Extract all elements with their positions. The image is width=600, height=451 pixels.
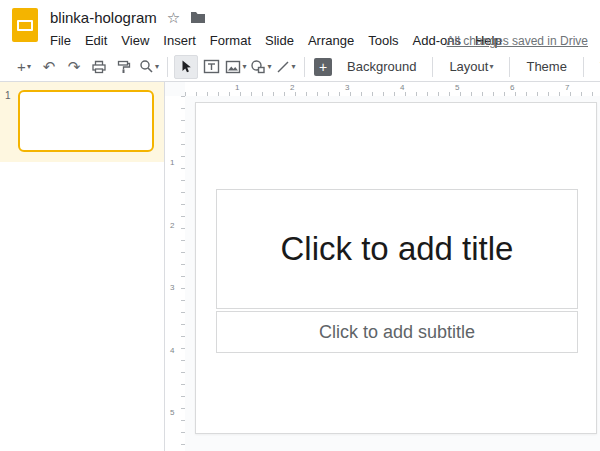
- redo-button[interactable]: ↷: [62, 55, 86, 79]
- h-ruler-label: 5: [455, 83, 459, 92]
- zoom-caret-icon: ▾: [155, 62, 159, 71]
- insert-comment-button[interactable]: +: [311, 55, 335, 79]
- h-ruler-label: 7: [565, 83, 569, 92]
- slide-number: 1: [5, 90, 11, 101]
- menu-tools[interactable]: Tools: [361, 30, 405, 51]
- slides-logo-icon[interactable]: [12, 8, 38, 42]
- plus-icon: +: [17, 59, 26, 74]
- h-ruler-label: 2: [290, 83, 294, 92]
- zoom-icon: [139, 59, 154, 74]
- menu-format[interactable]: Format: [203, 30, 258, 51]
- slide-filmstrip: 1: [0, 82, 165, 451]
- menu-view[interactable]: View: [114, 30, 156, 51]
- move-to-folder-button[interactable]: [190, 11, 206, 24]
- plus-glyph: +: [319, 59, 327, 75]
- menu-edit[interactable]: Edit: [78, 30, 114, 51]
- shape-icon: [250, 59, 266, 74]
- image-caret-icon: ▾: [242, 62, 246, 71]
- main-area: 1 1 2 3 4 5 6 7 1 2 3 4 5 Click: [0, 82, 600, 451]
- editing-canvas: 1 2 3 4 5 6 7 1 2 3 4 5 Click to add tit…: [165, 82, 600, 451]
- undo-icon: ↶: [43, 59, 56, 74]
- document-title[interactable]: blinka-hologram: [50, 9, 157, 26]
- shape-caret-icon: ▾: [267, 62, 271, 71]
- subtitle-placeholder[interactable]: Click to add subtitle: [216, 311, 578, 353]
- menu-file[interactable]: File: [43, 30, 78, 51]
- shape-tool-button[interactable]: ▾: [249, 55, 273, 79]
- v-ruler-label: 5: [170, 408, 174, 417]
- line-icon: [276, 60, 290, 74]
- v-ruler-label: 3: [170, 283, 174, 292]
- toolbar-separator: [167, 57, 168, 77]
- toolbar-separator: [432, 57, 433, 77]
- image-icon: [225, 60, 241, 74]
- toolbar-separator: [583, 57, 584, 77]
- cursor-icon: [179, 59, 193, 74]
- v-ruler-label: 1: [170, 158, 174, 167]
- new-slide-caret-icon: ▾: [27, 62, 31, 71]
- slides-app: blinka-hologram ☆ File Edit View Insert …: [0, 0, 600, 451]
- slide-thumbnail[interactable]: [18, 90, 154, 152]
- menu-arrange[interactable]: Arrange: [301, 30, 361, 51]
- line-tool-button[interactable]: ▾: [274, 55, 298, 79]
- plus-square-icon: +: [314, 58, 332, 76]
- horizontal-ruler: 1 2 3 4 5 6 7: [185, 82, 600, 96]
- toolbar: + ▾ ↶ ↷ ▾: [0, 52, 600, 82]
- top-bar: blinka-hologram ☆ File Edit View Insert …: [0, 0, 600, 52]
- folder-icon: [190, 11, 206, 24]
- line-caret-icon: ▾: [291, 62, 295, 71]
- slide-editor[interactable]: Click to add title Click to add subtitle: [195, 102, 597, 434]
- menu-slide[interactable]: Slide: [258, 30, 301, 51]
- print-icon: [91, 59, 107, 75]
- menu-insert[interactable]: Insert: [156, 30, 203, 51]
- star-icon[interactable]: ☆: [167, 9, 180, 27]
- title-placeholder[interactable]: Click to add title: [216, 189, 578, 309]
- h-ruler-label: 3: [345, 83, 349, 92]
- h-ruler-label: 6: [510, 83, 514, 92]
- undo-button[interactable]: ↶: [37, 55, 61, 79]
- saved-status-link[interactable]: All changes saved in Drive: [447, 34, 588, 48]
- new-slide-button[interactable]: + ▾: [12, 55, 36, 79]
- toolbar-separator: [509, 57, 510, 77]
- v-ruler-label: 2: [170, 221, 174, 230]
- redo-icon: ↷: [68, 59, 81, 74]
- print-button[interactable]: [87, 55, 111, 79]
- insert-image-button[interactable]: ▾: [224, 55, 248, 79]
- h-ruler-label: 1: [235, 83, 239, 92]
- layout-button[interactable]: Layout ▾: [439, 55, 503, 78]
- paint-format-button[interactable]: [112, 55, 136, 79]
- select-tool-button[interactable]: [174, 55, 198, 79]
- text-box-tool-button[interactable]: [199, 55, 223, 79]
- document-title-row: blinka-hologram ☆: [50, 8, 588, 27]
- vertical-ruler: 1 2 3 4 5: [165, 96, 185, 451]
- paint-roller-icon: [116, 59, 132, 75]
- transition-button[interactable]: Transition: [590, 55, 600, 78]
- v-ruler-label: 4: [170, 346, 174, 355]
- layout-label: Layout: [449, 59, 488, 74]
- h-ruler-label: 4: [400, 83, 404, 92]
- text-box-icon: [203, 59, 220, 74]
- zoom-button[interactable]: ▾: [137, 55, 161, 79]
- background-button[interactable]: Background: [337, 55, 426, 78]
- layout-caret-icon: ▾: [489, 62, 493, 71]
- theme-button[interactable]: Theme: [516, 55, 576, 78]
- toolbar-separator: [304, 57, 305, 77]
- slide-thumbnail-wrap: 1: [0, 82, 164, 162]
- slides-logo-inner: [17, 20, 33, 31]
